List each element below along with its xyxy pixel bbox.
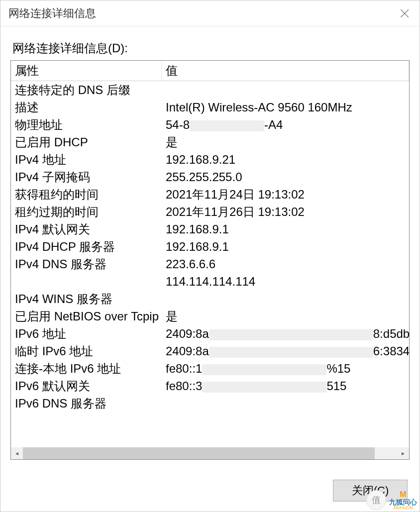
value-cell	[162, 395, 409, 412]
close-icon	[400, 9, 409, 18]
value-cell: 255.255.255.0	[162, 168, 409, 186]
property-cell: IPv4 DNS 服务器	[11, 255, 162, 273]
property-cell: 已启用 NetBIOS over Tcpip	[11, 307, 162, 325]
header-property[interactable]: 属性	[11, 61, 162, 81]
dialog-window: 网络连接详细信息 网络连接详细信息(D): 属性 值 连接特定的 DNS 后缀描…	[0, 0, 420, 512]
value-cell	[162, 290, 409, 307]
section-label: 网络连接详细信息(D):	[10, 40, 410, 56]
value-prefix: 54-8	[166, 118, 190, 131]
table-row[interactable]: IPv6 默认网关fe80::3515	[11, 377, 409, 395]
scroll-track[interactable]	[23, 447, 397, 459]
table-row[interactable]: IPv4 默认网关192.168.9.1	[11, 220, 409, 238]
value-cell: 192.168.9.1	[162, 238, 409, 255]
table-row[interactable]: IPv6 DNS 服务器	[11, 395, 409, 412]
table-body: 连接特定的 DNS 后缀描述Intel(R) Wireless-AC 9560 …	[11, 81, 409, 447]
table-row[interactable]: 连接-本地 IPv6 地址fe80::1%15	[11, 360, 409, 377]
window-close-button[interactable]	[390, 0, 420, 26]
table-row[interactable]: 已启用 DHCP是	[11, 133, 409, 151]
redacted-segment	[190, 120, 264, 131]
value-cell: 2021年11月24日 19:13:02	[162, 186, 409, 203]
property-cell: 连接特定的 DNS 后缀	[11, 81, 162, 99]
value-suffix: %15	[326, 362, 350, 375]
property-cell: IPv4 地址	[11, 151, 162, 168]
property-cell: IPv4 WINS 服务器	[11, 290, 162, 307]
property-cell: 连接-本地 IPv6 地址	[11, 360, 162, 377]
header-value[interactable]: 值	[162, 61, 409, 81]
close-button[interactable]: 关闭(C)	[333, 480, 408, 502]
table-row[interactable]: 114.114.114.114	[11, 273, 409, 290]
table-row[interactable]: 获得租约的时间2021年11月24日 19:13:02	[11, 186, 409, 203]
value-suffix: 6:3834	[373, 344, 409, 358]
value-cell: 192.168.9.21	[162, 151, 409, 168]
button-row: 关闭(C)	[10, 462, 410, 502]
table-row[interactable]: 连接特定的 DNS 后缀	[11, 81, 409, 99]
property-cell: IPv4 默认网关	[11, 220, 162, 238]
value-cell: 2021年11月26日 19:13:02	[162, 203, 409, 220]
property-cell	[11, 273, 162, 290]
property-cell: IPv4 子网掩码	[11, 168, 162, 186]
value-suffix: 8:d5db	[373, 327, 409, 340]
property-cell: IPv4 DHCP 服务器	[11, 238, 162, 255]
value-prefix: 2409:8a	[166, 344, 209, 358]
redacted-segment	[202, 364, 326, 375]
value-cell: 114.114.114.114	[162, 273, 409, 290]
table-row[interactable]: IPv4 WINS 服务器	[11, 290, 409, 307]
value-prefix: 2409:8a	[166, 327, 209, 340]
value-cell: 是	[162, 307, 409, 325]
table-row[interactable]: IPv4 子网掩码255.255.255.0	[11, 168, 409, 186]
titlebar: 网络连接详细信息	[0, 0, 420, 26]
horizontal-scrollbar[interactable]: ◂ ▸	[11, 447, 409, 459]
property-cell: IPv6 默认网关	[11, 377, 162, 395]
table-row[interactable]: 描述Intel(R) Wireless-AC 9560 160MHz	[11, 99, 409, 116]
table-row[interactable]: IPv4 DNS 服务器223.6.6.6	[11, 255, 409, 273]
value-prefix: fe80::1	[166, 362, 202, 375]
table-row[interactable]: IPv4 地址192.168.9.21	[11, 151, 409, 168]
value-cell: 2409:8a8:d5db	[162, 325, 409, 342]
scroll-left-arrow[interactable]: ◂	[11, 447, 23, 459]
value-suffix: -A4	[264, 118, 283, 131]
dialog-content: 网络连接详细信息(D): 属性 值 连接特定的 DNS 后缀描述Intel(R)…	[0, 26, 420, 512]
property-cell: 获得租约的时间	[11, 186, 162, 203]
scroll-thumb[interactable]	[23, 447, 375, 459]
value-cell: fe80::3515	[162, 377, 409, 395]
value-prefix: fe80::3	[166, 379, 202, 393]
value-cell	[162, 81, 409, 99]
property-cell: 租约过期的时间	[11, 203, 162, 220]
property-cell: 临时 IPv6 地址	[11, 342, 162, 360]
table-header: 属性 值	[11, 61, 409, 81]
value-cell: 223.6.6.6	[162, 255, 409, 273]
value-cell: 192.168.9.1	[162, 220, 409, 238]
window-title: 网络连接详细信息	[8, 6, 96, 21]
property-cell: 物理地址	[11, 116, 162, 133]
redacted-segment	[209, 329, 373, 340]
table-row[interactable]: IPv6 地址2409:8a8:d5db	[11, 325, 409, 342]
table-row[interactable]: 租约过期的时间2021年11月26日 19:13:02	[11, 203, 409, 220]
redacted-segment	[209, 347, 373, 358]
value-cell: 是	[162, 133, 409, 151]
property-cell: 描述	[11, 99, 162, 116]
value-suffix: 515	[326, 379, 346, 393]
value-cell: Intel(R) Wireless-AC 9560 160MHz	[162, 99, 409, 116]
value-cell: fe80::1%15	[162, 360, 409, 377]
details-list: 属性 值 连接特定的 DNS 后缀描述Intel(R) Wireless-AC …	[10, 60, 410, 460]
table-row[interactable]: 物理地址54-8-A4	[11, 116, 409, 133]
table-row[interactable]: 已启用 NetBIOS over Tcpip是	[11, 307, 409, 325]
value-cell: 54-8-A4	[162, 116, 409, 133]
property-cell: 已启用 DHCP	[11, 133, 162, 151]
value-cell: 2409:8a6:3834	[162, 342, 409, 360]
scroll-right-arrow[interactable]: ▸	[397, 447, 409, 459]
table-row[interactable]: 临时 IPv6 地址2409:8a6:3834	[11, 342, 409, 360]
redacted-segment	[202, 382, 326, 393]
property-cell: IPv6 DNS 服务器	[11, 395, 162, 412]
property-cell: IPv6 地址	[11, 325, 162, 342]
table-row[interactable]: IPv4 DHCP 服务器192.168.9.1	[11, 238, 409, 255]
